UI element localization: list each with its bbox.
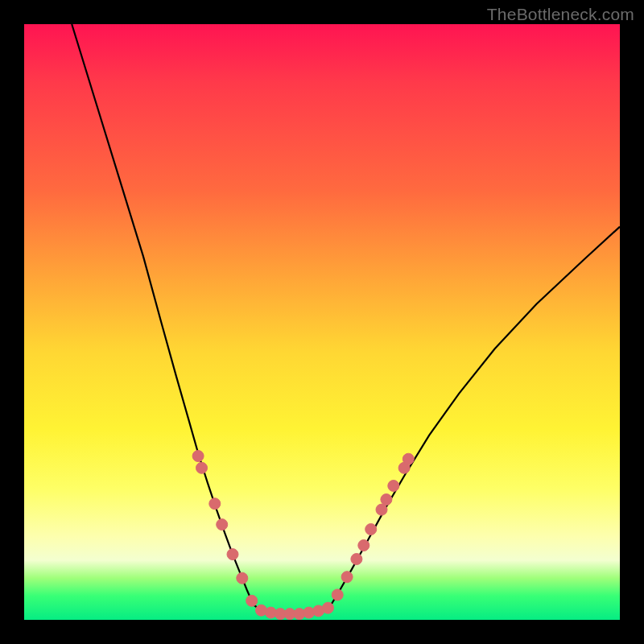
curve-marker [246, 595, 258, 606]
curve-marker [388, 481, 399, 492]
curve-marker [381, 494, 392, 506]
watermark-text: TheBottleneck.com [487, 5, 634, 24]
curve-marker [209, 498, 221, 510]
bottleneck-curve [24, 24, 620, 620]
curve-marker [376, 504, 387, 515]
curve-marker [227, 549, 238, 560]
curve-marker [237, 572, 248, 584]
curve-marker [322, 602, 333, 613]
curve-marker [358, 540, 369, 551]
curve-marker [402, 453, 414, 464]
curve-marker [341, 572, 353, 583]
curve-marker [351, 554, 362, 565]
curve-marker [217, 519, 228, 530]
curve-path [72, 24, 620, 614]
chart-frame: TheBottleneck.com [0, 0, 644, 644]
curve-marker [365, 524, 377, 535]
curve-marker [192, 451, 204, 462]
plot-area [24, 24, 620, 620]
curve-marker [196, 462, 208, 473]
curve-marker [332, 589, 343, 601]
